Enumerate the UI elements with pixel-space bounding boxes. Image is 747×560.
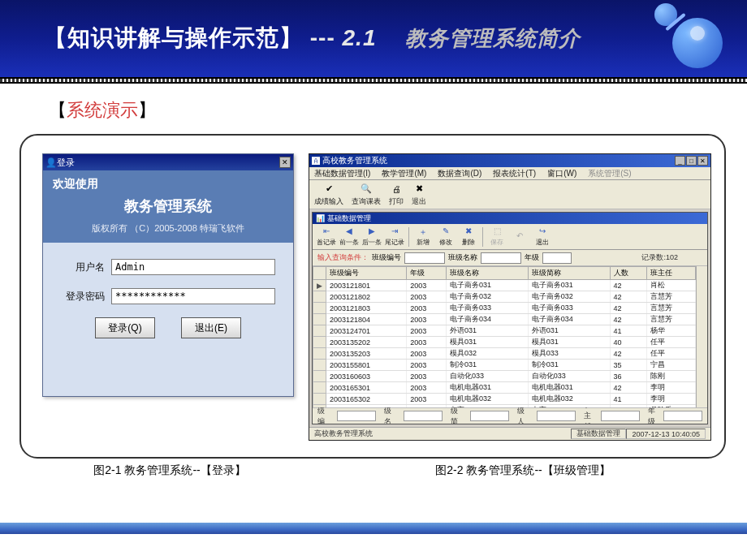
toolbar-query-timetable[interactable]: 🔍查询课表 [352,183,381,207]
table-row[interactable]: 20031558012003制冷031制冷03135宁昌 [313,360,696,371]
close-icon[interactable]: ✕ [279,157,291,168]
password-input[interactable] [111,288,275,304]
record-navbar: ⇤首记录◀前一条▶后一条⇥尾记录＋新增✎修改✖删除⬚保存↶↪退出 [313,224,707,250]
login-button[interactable]: 登录(Q) [95,317,155,338]
query-grade-label: 年级 [525,252,539,263]
app-toolbar: ✔成绩输入 🔍查询课表 🖨打印 ✖退出 [309,180,710,209]
col-header[interactable]: 班级简称 [528,267,610,280]
nav-保存: ⬚保存 [486,226,507,247]
table-row[interactable]: 20031218042003电子商务034电子商务03442言慧芳 [313,314,696,325]
scrollbar-vertical[interactable] [696,266,707,407]
title-main: 【知识讲解与操作示范】 [44,25,303,50]
nav-icon: ◀ [346,226,352,238]
nav-icon: ✖ [465,226,472,238]
toolbar-score-input[interactable]: ✔成绩输入 [314,183,343,207]
panels-frame: 👤 登录 ✕ 欢迎使用 教务管理系统 版权所有 （C）2005-2008 特瑞飞… [19,134,726,459]
table-row[interactable]: 20031218032003电子商务033电子商务03342言慧芳 [313,303,696,314]
system-title: 教务管理系统 [53,196,283,216]
table-row[interactable]: 20031352032003模具032模具03342任平 [313,348,696,360]
nav-新增[interactable]: ＋新增 [412,226,434,247]
table-row[interactable]: 20031218022003电子商务032电子商务03242言慧芳 [313,291,696,303]
edit-input-年级[interactable] [663,411,702,421]
exit-icon: ✖ [412,183,425,196]
edit-input-班主任[interactable] [601,411,640,421]
print-icon: 🖨 [390,183,403,196]
data-grid[interactable]: 班级编号年级班级名称班级简称人数班主任▶20031218012003电子商务03… [313,266,707,407]
edit-label: 年级 [648,406,655,425]
status-bar: 高校教务管理系统 基础数据管理 2007-12-13 10:40:05 [309,427,710,440]
menu-query[interactable]: 数据查询(D) [438,168,481,179]
nav-icon: ▶ [369,226,375,238]
col-header[interactable]: 班级名称 [446,267,528,280]
nav-修改[interactable]: ✎修改 [435,226,456,247]
nav-删除[interactable]: ✖删除 [458,226,479,247]
login-titlebar-icon: 👤 [45,157,57,168]
slide-header: 【知识讲解与操作示范】 --- 2.1 教务管理系统简介 [0,0,747,77]
sub-titlebar: 📊 基础数据管理 [313,213,707,224]
record-count: 记录数:102 [641,252,678,263]
minimize-icon[interactable]: _ [675,156,685,166]
nav-尾记录[interactable]: ⇥尾记录 [384,226,405,247]
username-input[interactable] [111,259,275,275]
menu-teaching[interactable]: 教学管理(M) [382,168,426,179]
login-title-text: 登录 [57,157,75,169]
search-icon: 🔍 [360,183,373,196]
nav-icon: ✎ [443,226,449,238]
demo-label: 【系统演示】 [49,98,711,123]
toolbar-print[interactable]: 🖨打印 [389,183,404,207]
exit-button[interactable]: 退出(E) [181,317,241,338]
sub-title-icon: 📊 [316,214,325,222]
col-header[interactable]: 班级编号 [326,267,407,280]
nav-icon: ⇥ [391,226,398,238]
table-row[interactable]: ▶20031218012003电子商务031电子商务03142肖松 [313,280,696,291]
edit-input-班级名称[interactable] [404,411,443,421]
nav-icon: ＋ [419,226,427,238]
close-icon[interactable]: ✕ [697,156,708,166]
edit-input-班级编号[interactable] [337,411,376,421]
table-row[interactable]: 20031247012003外语031外语03141杨华 [313,325,696,337]
col-header[interactable]: 人数 [610,267,646,280]
query-grade-input[interactable] [542,252,572,264]
query-code-label: 班级编号 [372,252,401,263]
menu-system-disabled: 系统管理(S) [588,168,631,179]
login-form: 用户名 登录密码 登录(Q) 退出(E) [43,243,293,338]
app-titlebar: 🅰 高校教务管理系统 _ □ ✕ [309,154,710,167]
check-icon: ✔ [322,183,335,196]
password-label: 登录密码 [61,290,105,304]
toolbar-exit[interactable]: ✖退出 [412,183,426,207]
login-titlebar: 👤 登录 ✕ [43,154,293,170]
nav-前一条[interactable]: ◀前一条 [339,226,360,247]
title-dashes: --- [310,25,335,50]
nav-首记录[interactable]: ⇤首记录 [316,226,337,247]
query-label: 输入查询条件： [317,252,369,263]
menu-basedata[interactable]: 基础数据管理(I) [314,168,370,179]
caption-2: 图2-2 教务管理系统--【班级管理】 [320,463,726,478]
query-name-input[interactable] [481,252,521,264]
col-header[interactable]: 年级 [407,267,447,280]
table-row[interactable]: 20031664012003电审031电审03142吴玲香 [313,405,696,408]
slide-title: 【知识讲解与操作示范】 --- 2.1 教务管理系统简介 [44,23,747,54]
query-name-label: 班级名称 [448,252,477,263]
app-menubar: 基础数据管理(I) 教学管理(M) 数据查询(D) 报表统计(T) 窗口(W) … [309,167,710,180]
figure-captions: 图2-1 教务管理系统--【登录】 图2-2 教务管理系统--【班级管理】 [19,463,726,478]
table-row[interactable]: 20031606032003自动化033自动化03336陈刚 [313,371,696,382]
nav-退出[interactable]: ↪退出 [532,226,553,247]
nav-后一条[interactable]: ▶后一条 [361,226,382,247]
menu-report[interactable]: 报表统计(T) [493,168,536,179]
edit-input-班级简称[interactable] [470,411,509,421]
query-code-input[interactable] [404,252,445,264]
table-row[interactable]: 20031653022003电机电器032电机电器03241李明 [313,394,696,405]
nav-btn8: ↶ [509,231,530,243]
nav-icon: ↪ [539,226,546,238]
status-time: 2007-12-13 10:40:05 [626,429,706,439]
menu-window[interactable]: 窗口(W) [547,168,576,179]
table-row[interactable]: 20031352022003模具031模具03140任平 [313,337,696,348]
maximize-icon[interactable]: □ [686,156,697,166]
table-row[interactable]: 20031653012003电机电器031电机电器03142李明 [313,382,696,394]
welcome-text: 欢迎使用 [53,177,283,192]
edit-field-bar: 班级编号班级名称班级简称班级人数班主任年级 [313,407,707,424]
edit-input-班级人数[interactable] [537,411,576,421]
status-mid: 基础数据管理 [571,429,626,439]
nav-icon: ⇤ [323,226,330,238]
col-header[interactable]: 班主任 [646,267,696,280]
